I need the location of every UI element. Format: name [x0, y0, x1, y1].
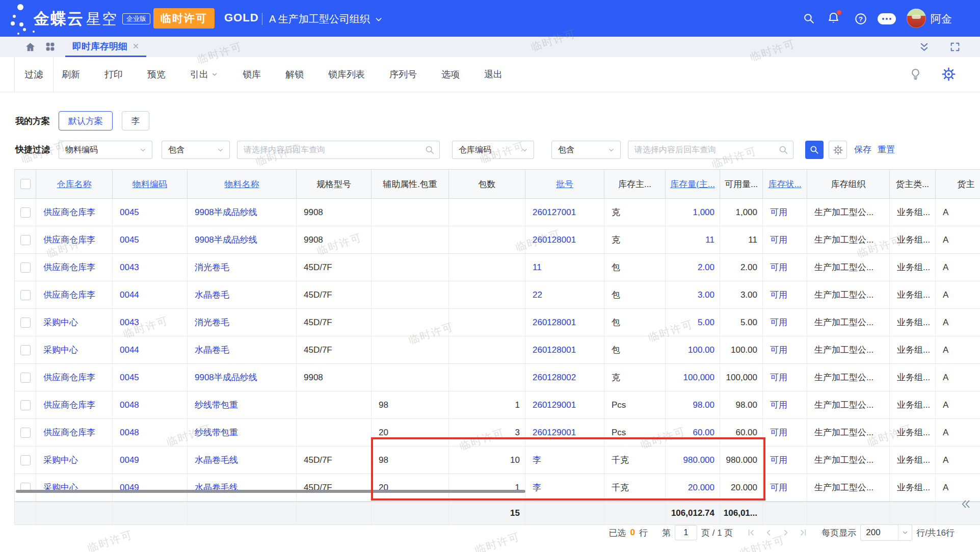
more-icon[interactable] [878, 13, 896, 24]
table-row[interactable]: 供应商仓库李00459908半成品纱线9908260128002克100,000… [15, 364, 980, 391]
cell[interactable]: 消光卷毛 [188, 309, 297, 336]
cell[interactable]: 22 [525, 281, 604, 308]
row-checkbox[interactable] [20, 455, 31, 465]
gear-icon[interactable] [942, 67, 956, 81]
table-row[interactable]: 供应商仓库李00459908半成品纱线9908260128001克1111可用生… [15, 226, 980, 254]
row-checkbox[interactable] [20, 262, 31, 273]
save-filter-link[interactable]: 保存 [854, 141, 871, 159]
toolbar-item[interactable]: 锁库 [243, 68, 261, 81]
toolbar-item[interactable]: 序列号 [389, 68, 417, 81]
cell[interactable]: 可用 [763, 226, 807, 253]
table-row[interactable]: 供应商仓库李00459908半成品纱线9908260127001克1,0001,… [15, 199, 980, 226]
toolbar-item[interactable]: 选项 [441, 68, 460, 81]
row-checkbox[interactable] [20, 290, 31, 300]
cell[interactable]: 260129001 [525, 391, 604, 418]
cell[interactable]: 纱线带包重 [188, 419, 297, 446]
user-avatar[interactable] [907, 9, 926, 28]
cell[interactable]: 供应商仓库李 [36, 281, 113, 308]
cell[interactable]: 可用 [763, 309, 807, 336]
cell[interactable]: 20.000 [666, 474, 720, 501]
toolbar-item[interactable]: 打印 [104, 68, 123, 81]
table-row[interactable]: 供应商仓库李0043消光卷毛45D/7F11包2.002.00可用生产加工型公.… [15, 254, 980, 281]
toolbar-item[interactable]: 退出 [484, 68, 502, 81]
cell[interactable]: 水晶卷毛 [188, 336, 297, 363]
filter-operator-select-2[interactable]: 包含 [551, 141, 621, 159]
horizontal-scrollbar-thumb[interactable] [16, 490, 525, 493]
cell[interactable]: 260127001 [525, 199, 604, 226]
cell[interactable]: 9908半成品纱线 [188, 364, 297, 391]
per-page-select[interactable]: 200 [860, 524, 912, 541]
row-checkbox[interactable] [20, 345, 31, 355]
filter-value-input-1[interactable] [237, 141, 439, 159]
filter-field-select-2[interactable]: 仓库编码 [452, 141, 534, 159]
table-row[interactable]: 采购中心0044水晶卷毛45D/7F260128001包100.00100.00… [15, 336, 980, 364]
plan-default-button[interactable]: 默认方案 [59, 111, 113, 130]
table-row[interactable]: 供应商仓库李0048纱线带包重203260129001Pcs60.0060.00… [15, 419, 980, 446]
cell[interactable]: 11 [666, 226, 720, 253]
cell[interactable]: 260129001 [525, 419, 604, 446]
cell[interactable]: 98.00 [666, 391, 720, 418]
filter-field-select-1[interactable]: 物料编码 [59, 141, 152, 159]
filter-settings-button[interactable] [829, 141, 847, 159]
cell[interactable]: 可用 [763, 364, 807, 391]
cell[interactable]: 李 [525, 474, 604, 501]
cell[interactable]: 李 [525, 446, 604, 474]
row-checkbox[interactable] [20, 207, 31, 218]
cell[interactable]: 水晶卷毛线 [188, 446, 297, 474]
lightbulb-icon[interactable] [909, 68, 922, 81]
magnifier-icon[interactable] [425, 145, 435, 155]
prev-page-icon[interactable] [764, 529, 773, 537]
cell[interactable]: 供应商仓库李 [36, 364, 113, 391]
cell[interactable]: 11 [525, 254, 604, 281]
last-page-icon[interactable] [799, 529, 807, 537]
cell[interactable]: 2.00 [666, 254, 720, 281]
search-icon[interactable] [803, 12, 815, 25]
cell[interactable]: 供应商仓库李 [36, 254, 113, 281]
cell[interactable]: 980.000 [666, 446, 720, 474]
cell[interactable]: 0049 [113, 446, 188, 474]
help-icon[interactable]: ? [854, 12, 867, 25]
table-row[interactable]: 采购中心0043消光卷毛45D/7F260128001包5.005.00可用生产… [15, 309, 980, 336]
row-checkbox[interactable] [20, 318, 31, 328]
cell[interactable]: 100,000 [666, 364, 720, 391]
cell[interactable]: 0045 [113, 226, 188, 253]
cell[interactable]: 5.00 [666, 309, 720, 336]
tab-inventory-detail[interactable]: 即时库存明细 [65, 37, 146, 57]
row-checkbox[interactable] [20, 373, 31, 383]
collapse-left-icon[interactable] [960, 498, 971, 510]
cell[interactable]: 100.00 [666, 336, 720, 363]
reset-filter-link[interactable]: 重置 [878, 141, 895, 159]
cell[interactable]: 260128001 [525, 309, 604, 336]
cell[interactable]: 260128002 [525, 364, 604, 391]
table-row[interactable]: 采购中心0049水晶卷毛线45D/7F201李千克20.00020.000可用生… [15, 474, 980, 502]
cell[interactable]: 采购中心 [36, 336, 113, 363]
filter-value-input-2[interactable] [628, 141, 793, 159]
cell[interactable]: 0048 [113, 391, 188, 418]
column-header[interactable]: 库存量(主... [670, 178, 715, 190]
row-checkbox[interactable] [20, 400, 31, 410]
toolbar-item[interactable]: 解锁 [285, 68, 304, 81]
double-chevron-down-icon[interactable] [918, 41, 930, 53]
cell[interactable]: 供应商仓库李 [36, 419, 113, 446]
cell[interactable]: 可用 [763, 336, 807, 363]
bell-icon[interactable] [827, 11, 840, 25]
cell[interactable]: 0043 [113, 254, 188, 281]
close-icon[interactable] [133, 43, 139, 49]
cell[interactable]: 1,000 [666, 199, 720, 226]
select-all-checkbox[interactable] [20, 179, 31, 189]
next-page-icon[interactable] [782, 529, 790, 537]
toolbar-item-filter[interactable]: 过滤 [14, 57, 54, 92]
cell[interactable]: 可用 [763, 419, 807, 446]
cell[interactable]: 采购中心 [36, 309, 113, 336]
toolbar-item[interactable]: 锁库列表 [328, 68, 365, 81]
toolbar-item[interactable]: 引出 [190, 68, 218, 81]
cell[interactable]: 可用 [763, 281, 807, 308]
column-header[interactable]: 库存状... [768, 178, 801, 190]
cell[interactable]: 供应商仓库李 [36, 226, 113, 253]
column-header[interactable]: 批号 [556, 178, 573, 190]
filter-operator-select-1[interactable]: 包含 [162, 141, 230, 159]
cell[interactable]: 0044 [113, 336, 188, 363]
apps-grid-icon[interactable] [45, 41, 56, 52]
cell[interactable]: 水晶卷毛线 [188, 474, 297, 501]
cell[interactable]: 可用 [763, 391, 807, 418]
